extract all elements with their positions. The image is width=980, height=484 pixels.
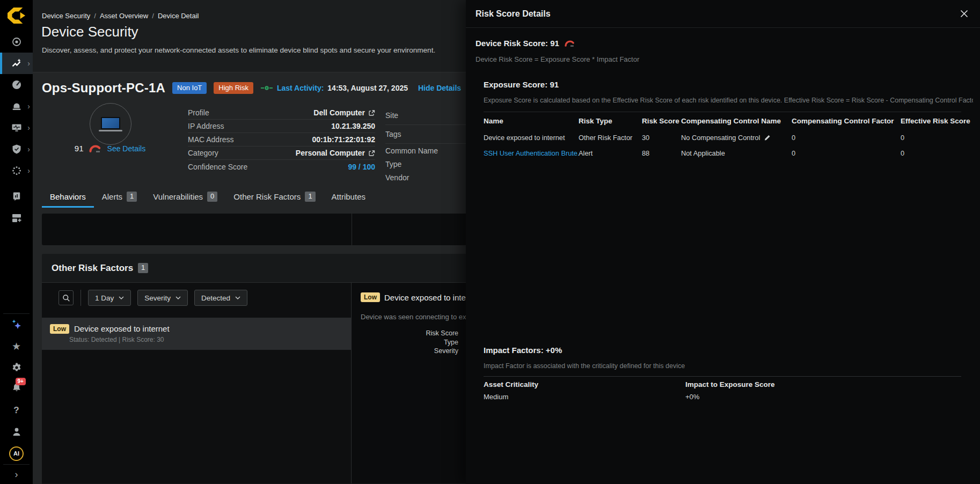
risk-gauge-icon [564,40,576,47]
confidence-score-value[interactable]: 99 / 100 [348,163,375,171]
sidebar-item-processes[interactable]: › [0,160,33,181]
cell-name-link[interactable]: SSH User Authentication Brute... [484,149,579,157]
cell-risk-score: 88 [642,149,681,157]
detail-description: Device was seen connecting to extern [361,313,478,321]
app-logo-icon [8,7,26,24]
status-dropdown[interactable]: Detected [194,290,247,306]
sidebar-item-dashboard[interactable] [0,74,33,96]
app-logo[interactable] [0,0,33,31]
exposure-score-description: Exposure Score is calculated based on th… [484,97,973,104]
last-activity-label: Last Activity: [277,84,324,92]
panel-title: Risk Score Details [476,9,551,19]
chevron-right-icon: › [27,167,30,174]
risk-factor-meta: Status: Detected | Risk Score: 30 [69,336,352,343]
chevron-right-icon: › [27,124,30,131]
col-risk-type: Risk Type [579,117,642,125]
category-value-link[interactable]: Personal Computer [296,149,365,157]
sidebar-item-ai-assistant[interactable]: AI [0,443,33,464]
page-title: Device Security [41,24,138,40]
shield-check-icon [11,144,22,155]
detail-field-labels: Risk Score Type Severity [352,329,458,356]
exposure-table-row: Device exposed to internet Other Risk Fa… [484,134,973,142]
cell-effective-score: 0 [901,134,973,142]
sidebar-item-help[interactable]: ? [0,400,33,421]
severity-dropdown[interactable]: Severity [137,290,188,306]
tab-attributes[interactable]: Attributes [324,187,374,207]
impact-table-header: Asset Criticality Impact to Exposure Sco… [484,380,973,388]
sidebar-item-discover[interactable] [0,31,33,53]
risk-factor-list-pane: 1 Day Severity Detected [42,283,352,483]
gear-icon [11,362,22,373]
tab-vulnerabilities[interactable]: Vulnerabilities 0 [145,187,225,207]
device-header: Ops-Support-PC-1A Non IoT High Risk Last… [42,80,461,96]
field-row-ip: IP Address 10.21.39.250 [188,120,375,133]
sidebar-item-account[interactable] [0,421,33,443]
external-link-icon[interactable] [368,109,375,116]
col-risk-score: Risk Score [642,117,681,125]
tab-alerts[interactable]: Alerts 1 [94,187,145,207]
risk-gauge-icon [89,144,103,152]
chevron-right-icon: › [27,60,30,67]
detail-label-severity: Severity [352,347,458,356]
risk-factor-title: Device exposed to internet [74,324,170,333]
sidebar-item-favorites[interactable]: ★ [0,335,33,357]
toolbar-divider [81,290,81,306]
device-tabs: Behaviors Alerts 1 Vulnerabilities 0 Oth… [42,187,374,207]
field-label-type: Type [385,157,466,171]
ip-address-value: 10.21.39.250 [331,122,375,130]
activity-status-icon [260,85,273,91]
close-button[interactable] [960,10,968,18]
sidebar-item-reports[interactable] [0,186,33,207]
cell-criticality: Medium [484,393,685,401]
risk-score-formula: Device Risk Score = Exposure Score * Imp… [476,55,639,63]
detail-title: Device exposed to internet [384,293,480,302]
device-security-app: › › › [0,0,980,484]
field-label: IP Address [188,122,224,130]
breadcrumb-separator: / [152,12,154,20]
severity-badge: Low [50,324,69,334]
col-control-factor: Compensating Control Factor [792,117,901,125]
device-type-badge: Non IoT [172,82,207,94]
field-label-tags: Tags [385,125,466,144]
sidebar-item-settings[interactable] [0,357,33,378]
sidebar-item-policies[interactable]: › [0,138,33,160]
sidebar-item-notifications[interactable]: 9+ [0,378,33,400]
see-details-link[interactable]: See Details [107,144,146,153]
exposure-score-heading: Exposure Score: 91 [484,80,559,89]
field-label-common-name: Common Name [385,144,466,157]
breadcrumb-item-asset-overview[interactable]: Asset Overview [100,12,148,20]
sidebar-item-integrations[interactable] [0,207,33,229]
sidebar-item-alerts[interactable]: › [0,96,33,117]
tab-behaviors[interactable]: Behaviors [42,187,94,207]
sidebar-item-device-security[interactable]: › [0,53,33,74]
mac-address-value: 00:1b:71:22:01:92 [312,135,375,144]
notification-count-badge: 9+ [16,378,26,385]
risk-level-badge: High Risk [214,82,253,94]
external-link-icon[interactable] [368,150,375,157]
device-risk-score: 91 See Details [67,144,153,153]
cell-risk-score: 30 [642,134,681,142]
time-range-dropdown[interactable]: 1 Day [88,290,131,306]
cell-control-name: Not Applicable [681,149,792,157]
ai-sparkles-icon [11,319,23,331]
search-button[interactable] [58,290,74,305]
divider [484,376,961,377]
breadcrumb-item-device-security[interactable]: Device Security [42,12,90,20]
breadcrumb-item-device-detail: Device Detail [158,12,199,20]
risk-factor-list-item[interactable]: Low Device exposed to internet Status: D… [42,318,352,350]
profile-value-link[interactable]: Dell Computer [313,108,365,117]
sidebar-item-monitoring[interactable]: › [0,117,33,138]
hide-details-link[interactable]: Hide Details [418,84,461,92]
breadcrumb-separator: / [94,12,96,20]
sidebar-item-ai-copilot[interactable] [0,314,33,335]
chevron-down-icon [175,296,181,299]
edit-pencil-icon[interactable] [764,134,771,141]
section-title: Other Risk Factors [52,263,133,274]
sidebar-collapse-button[interactable]: › [0,465,33,484]
severity-badge: Low [361,292,380,302]
close-icon [960,10,968,18]
last-activity-value: 14:53, August 27, 2025 [327,84,408,92]
tab-other-risk-factors[interactable]: Other Risk Factors 1 [225,187,323,207]
monitor-pulse-icon [11,122,22,133]
field-row-mac: MAC Address 00:1b:71:22:01:92 [188,133,375,146]
